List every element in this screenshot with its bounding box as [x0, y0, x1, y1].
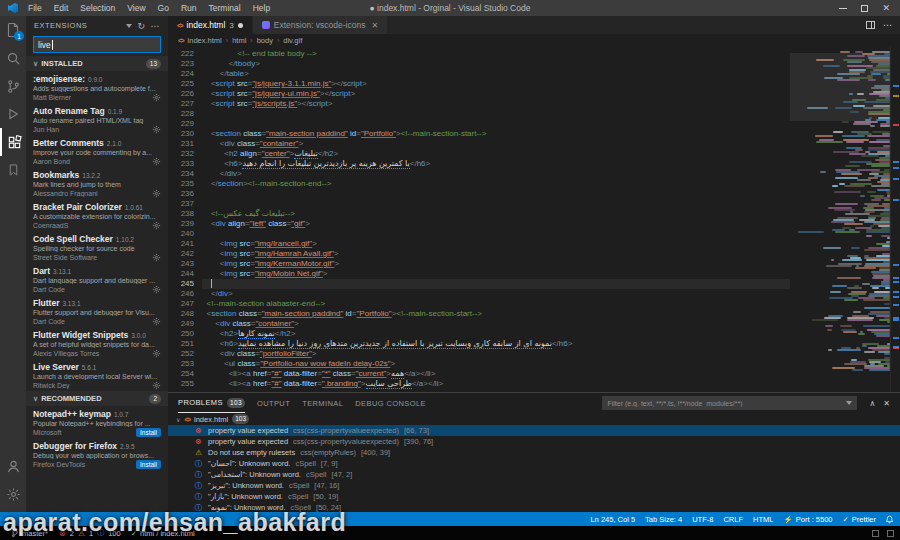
- menu-selection[interactable]: Selection: [74, 3, 121, 13]
- activity-account-icon[interactable]: [0, 452, 26, 480]
- status-crlf[interactable]: CRLF: [718, 515, 748, 524]
- menu-help[interactable]: Help: [247, 3, 276, 13]
- status-utf-8[interactable]: UTF-8: [687, 515, 718, 524]
- menu-edit[interactable]: Edit: [48, 3, 75, 13]
- activity-bookmarks-icon[interactable]: [0, 156, 26, 184]
- tab-extension-vscode-icons[interactable]: Extension: vscode-icons ✕: [253, 16, 387, 34]
- extension-gear-icon[interactable]: [152, 93, 161, 102]
- code-line[interactable]: [202, 229, 790, 239]
- code-line[interactable]: <ul class="Portfolio-nav wow fadeIn dela…: [202, 359, 790, 369]
- menu-file[interactable]: File: [22, 3, 48, 13]
- panel-tab-debug-console[interactable]: DEBUG CONSOLE: [355, 393, 426, 413]
- menu-terminal[interactable]: Terminal: [203, 3, 247, 13]
- close-window-icon[interactable]: ✕: [882, 3, 890, 13]
- extension-item[interactable]: Debugger for Firefox2.9.5Debug your web …: [26, 438, 168, 470]
- extension-item[interactable]: Bracket Pair Colorizer1.0.61A customizab…: [26, 199, 168, 231]
- code-line[interactable]: <h6>نمونه ای از سابقه کاری وبسایت تبریز …: [202, 339, 790, 349]
- extension-item[interactable]: Notepad++ keymap1.0.7Popular Notepad++ k…: [26, 406, 168, 438]
- code-line[interactable]: <img src="img/KermanMotor.gif">: [202, 259, 790, 269]
- maximize-panel-icon[interactable]: ∧: [869, 399, 875, 408]
- code-line[interactable]: </div>: [202, 169, 790, 179]
- code-line[interactable]: <div class="container">: [202, 319, 790, 329]
- code-line[interactable]: [202, 119, 790, 129]
- extension-item[interactable]: Live Server5.6.1Launch a development loc…: [26, 359, 168, 391]
- code-line[interactable]: <script src="js/jquery-3.1.1.min.js"></s…: [202, 79, 790, 89]
- problem-row[interactable]: ⓘ"تبریز": Unknown word.cSpell[47, 16]: [168, 480, 900, 491]
- activity-settings-icon[interactable]: [0, 480, 26, 508]
- close-tab-icon[interactable]: ✕: [371, 21, 378, 30]
- code-line[interactable]: <section class="main-section paddind" id…: [202, 309, 790, 319]
- problem-row[interactable]: ⚠Do not use empty rulesetscss(emptyRules…: [168, 447, 900, 458]
- breadcrumb-item[interactable]: div.gif: [283, 36, 302, 45]
- breadcrumb-item[interactable]: html: [232, 36, 246, 45]
- code-line[interactable]: <section class="main-section paddind" id…: [202, 129, 790, 139]
- code-line[interactable]: [202, 279, 790, 289]
- extension-gear-icon[interactable]: [152, 349, 161, 358]
- code-line[interactable]: </tbody>: [202, 59, 790, 69]
- extension-gear-icon[interactable]: [152, 189, 161, 198]
- extension-item[interactable]: Bookmarks13.2.2Mark lines and jump to th…: [26, 167, 168, 199]
- code-line[interactable]: <h6>با کمترین هزینه پر بازدیدترین تبلیغا…: [202, 159, 790, 169]
- code-line[interactable]: <div class="container">: [202, 139, 790, 149]
- code-line[interactable]: <h2>نمونه کارها</h2>: [202, 329, 790, 339]
- activity-run-debug-icon[interactable]: [0, 100, 26, 128]
- menu-view[interactable]: View: [121, 3, 151, 13]
- panel-tab-problems[interactable]: PROBLEMS103: [178, 393, 245, 413]
- extension-item[interactable]: Code Spell Checker1.10.2Spelling checker…: [26, 231, 168, 263]
- code-editor[interactable]: 2222232242252262272282292302312322332342…: [168, 47, 900, 392]
- code-line[interactable]: <script src="js/jquery-ui.min.js"></scri…: [202, 89, 790, 99]
- notifications-bell-icon[interactable]: [885, 515, 894, 524]
- breadcrumb-item[interactable]: body: [257, 36, 273, 45]
- problems-filter-input[interactable]: Filter (e.g. text, **/*.ts, !**/node_mod…: [602, 396, 857, 410]
- problem-row[interactable]: ⓘ"بازار": Unknown word.cSpell[50, 19]: [168, 491, 900, 502]
- activity-explorer-icon[interactable]: 1: [0, 16, 26, 44]
- code-line[interactable]: </table>: [202, 69, 790, 79]
- code-line[interactable]: <li><a href="#" data-filter=".branding">…: [202, 379, 790, 389]
- problem-row[interactable]: ⓘ"استخدامی": Unknown word.cSpell[47, 2]: [168, 469, 900, 480]
- problem-row[interactable]: ⊗property value expectedcss(css-property…: [168, 425, 900, 436]
- panel-tab-output[interactable]: OUTPUT: [257, 393, 290, 413]
- extension-gear-icon[interactable]: [152, 381, 161, 390]
- extension-gear-icon[interactable]: [152, 317, 161, 326]
- code-line[interactable]: </section><!--main-section-end-->: [202, 179, 790, 189]
- problem-row[interactable]: ⓘ"احسان": Unknown word.cSpell[7, 9]: [168, 458, 900, 469]
- extension-gear-icon[interactable]: [152, 285, 161, 294]
- code-line[interactable]: <div class="portfolioFilter">: [202, 349, 790, 359]
- activity-source-control-icon[interactable]: [0, 72, 26, 100]
- section-header-installed[interactable]: ∨INSTALLED13: [26, 56, 168, 71]
- extensions-search-input[interactable]: live: [33, 36, 161, 53]
- refresh-icon[interactable]: ↻: [137, 21, 145, 31]
- close-panel-icon[interactable]: ✕: [883, 399, 890, 408]
- tab-index-html[interactable]: <> index.html 3: [168, 16, 252, 34]
- maximize-icon[interactable]: [861, 5, 868, 12]
- extension-item[interactable]: Flutter Widget Snippets3.0.0A set of hel…: [26, 327, 168, 359]
- breadcrumb-item[interactable]: index.html: [188, 36, 222, 45]
- code-line[interactable]: <!--تبلیغات گیف عکس-->: [202, 209, 790, 219]
- overview-ruler[interactable]: [890, 47, 900, 392]
- code-line[interactable]: <img src="img/Hamrah Avall.gif">: [202, 249, 790, 259]
- extension-gear-icon[interactable]: [152, 253, 161, 262]
- code-line[interactable]: <img src="img/Irancell.gif">: [202, 239, 790, 249]
- filter-icon[interactable]: [126, 24, 132, 28]
- problems-file-group[interactable]: ∨ <> index.html 103: [168, 413, 900, 425]
- code-line[interactable]: <script src="js/scripts.js"></script>: [202, 99, 790, 109]
- minimize-icon[interactable]: [839, 8, 847, 9]
- menu-run[interactable]: Run: [175, 3, 203, 13]
- menu-go[interactable]: Go: [152, 3, 175, 13]
- split-editor-icon[interactable]: [866, 21, 875, 29]
- activity-extensions-icon[interactable]: [0, 128, 26, 156]
- code-line[interactable]: [202, 189, 790, 199]
- panel-tab-terminal[interactable]: TERMINAL: [302, 393, 343, 413]
- code-line[interactable]: <h2 align="center">تبلیغات</h2>: [202, 149, 790, 159]
- code-line[interactable]: <li><a href="#" data-filter="*" class="c…: [202, 369, 790, 379]
- install-button[interactable]: Install: [136, 428, 161, 437]
- status-html[interactable]: HTML: [748, 515, 778, 524]
- activity-search-icon[interactable]: [0, 44, 26, 72]
- editor-more-actions-icon[interactable]: ⋯: [883, 20, 892, 30]
- code-line[interactable]: <!--main-section alabaster-end-->: [202, 299, 790, 309]
- status-port-5500[interactable]: ⚡Port : 5500: [778, 515, 837, 524]
- extension-item[interactable]: Better Comments2.1.0Improve your code co…: [26, 135, 168, 167]
- extension-item[interactable]: Flutter3.13.1Flutter support and debugge…: [26, 295, 168, 327]
- section-header-recommended[interactable]: ∨RECOMMENDED2: [26, 391, 168, 406]
- minimap[interactable]: [790, 47, 890, 392]
